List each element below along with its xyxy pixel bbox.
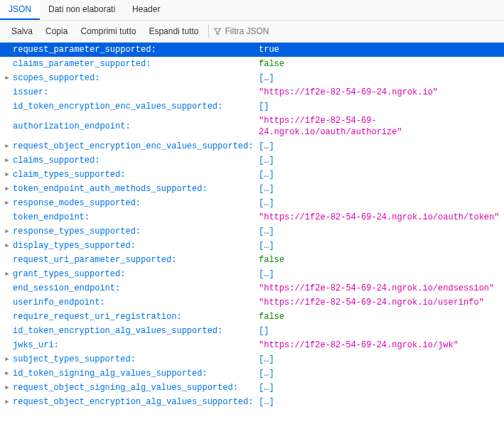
json-row[interactable]: ▶request_object_encryption_enc_values_su… bbox=[0, 139, 504, 153]
expand-all-button[interactable]: Espandi tutto bbox=[143, 23, 204, 39]
json-value: […] bbox=[259, 241, 274, 251]
json-key: id_token_signing_alg_values_supported: bbox=[13, 368, 208, 379]
tabs-bar: JSON Dati non elaborati Header bbox=[0, 0, 504, 21]
json-row[interactable]: ▶request_object_signing_alg_values_suppo… bbox=[0, 381, 504, 395]
json-row[interactable]: ▶token_endpoint_auth_methods_supported:[… bbox=[0, 182, 504, 196]
json-key: request_object_encryption_enc_values_sup… bbox=[13, 141, 253, 152]
json-key: response_types_supported: bbox=[13, 226, 141, 237]
expand-toggle-icon[interactable]: ▶ bbox=[3, 72, 11, 84]
json-value: [] bbox=[259, 326, 269, 336]
expand-toggle-icon[interactable]: ▶ bbox=[3, 382, 11, 393]
json-value: "https://1f2e-82-54-69-24.ngrok.io/jwk" bbox=[259, 340, 459, 350]
json-value: "https://1f2e-82-54-69-24.ngrok.io/oauth… bbox=[259, 212, 499, 222]
json-row[interactable]: ▶authorization_endpoint:"https://1f2e-82… bbox=[0, 114, 504, 139]
json-row[interactable]: ▶grant_types_supported:[…] bbox=[0, 267, 504, 281]
json-key: display_types_supported: bbox=[13, 240, 136, 251]
json-row[interactable]: ▶id_token_encryption_enc_values_supporte… bbox=[0, 99, 504, 114]
expand-toggle-icon[interactable]: ▶ bbox=[3, 268, 11, 280]
filter-wrap bbox=[213, 26, 498, 36]
expand-toggle-icon[interactable]: ▶ bbox=[3, 141, 11, 152]
json-value: […] bbox=[259, 227, 274, 237]
json-row[interactable]: ▶request_parameter_supported:true bbox=[0, 43, 504, 57]
json-value: […] bbox=[259, 269, 274, 279]
json-value: false bbox=[259, 312, 284, 322]
tab-raw[interactable]: Dati non elaborati bbox=[40, 0, 124, 20]
json-row[interactable]: ▶request_object_encryption_alg_values_su… bbox=[0, 395, 504, 409]
funnel-icon bbox=[213, 27, 222, 36]
json-row[interactable]: ▶scopes_supported:[…] bbox=[0, 71, 504, 85]
json-value: "https://1f2e-82-54-69-24.ngrok.io/endse… bbox=[259, 283, 494, 293]
json-row[interactable]: ▶claims_supported:[…] bbox=[0, 153, 504, 168]
json-value: false bbox=[259, 59, 284, 69]
json-key: request_parameter_supported: bbox=[13, 44, 156, 55]
expand-toggle-icon[interactable]: ▶ bbox=[3, 354, 11, 365]
json-row[interactable]: ▶subject_types_supported:[…] bbox=[0, 352, 504, 366]
json-key: end_session_endpoint: bbox=[13, 283, 120, 294]
json-row[interactable]: ▶claim_types_supported:[…] bbox=[0, 168, 504, 182]
json-key: userinfo_endpoint: bbox=[13, 297, 105, 308]
toolbar: Salva Copia Comprimi tutto Espandi tutto bbox=[0, 21, 504, 43]
json-value: […] bbox=[259, 184, 274, 194]
expand-toggle-icon[interactable]: ▶ bbox=[3, 368, 11, 379]
expand-toggle-icon[interactable]: ▶ bbox=[3, 169, 11, 180]
json-row[interactable]: ▶request_uri_parameter_supported:false bbox=[0, 253, 504, 267]
json-value: false bbox=[259, 255, 284, 265]
expand-toggle-icon[interactable]: ▶ bbox=[3, 183, 11, 195]
expand-toggle-icon[interactable]: ▶ bbox=[3, 197, 11, 209]
json-row[interactable]: ▶require_request_uri_registration:false bbox=[0, 310, 504, 324]
json-key: token_endpoint: bbox=[13, 212, 90, 223]
json-key: request_uri_parameter_supported: bbox=[13, 254, 176, 266]
json-row[interactable]: ▶id_token_signing_alg_values_supported:[… bbox=[0, 366, 504, 381]
json-value: […] bbox=[259, 354, 274, 364]
expand-toggle-icon[interactable]: ▶ bbox=[3, 226, 11, 237]
json-key: request_object_signing_alg_values_suppor… bbox=[13, 382, 238, 393]
toolbar-divider bbox=[208, 25, 209, 38]
expand-toggle-icon[interactable]: ▶ bbox=[3, 240, 11, 251]
json-row[interactable]: ▶display_types_supported:[…] bbox=[0, 239, 504, 253]
json-value: "https://1f2e-82-54-69-24.ngrok.io/oauth… bbox=[259, 116, 402, 137]
json-row[interactable]: ▶issuer:"https://1f2e-82-54-69-24.ngrok.… bbox=[0, 85, 504, 99]
json-tree: ▶request_parameter_supported:true▶claims… bbox=[0, 43, 504, 409]
json-value: […] bbox=[259, 383, 274, 393]
json-key: response_modes_supported: bbox=[13, 197, 141, 209]
json-value: […] bbox=[259, 397, 274, 407]
json-row[interactable]: ▶claims_parameter_supported:false bbox=[0, 57, 504, 71]
json-row[interactable]: ▶userinfo_endpoint:"https://1f2e-82-54-6… bbox=[0, 295, 504, 310]
json-key: claims_supported: bbox=[13, 155, 100, 166]
json-row[interactable]: ▶response_types_supported:[…] bbox=[0, 224, 504, 239]
json-value: "https://1f2e-82-54-69-24.ngrok.io" bbox=[259, 87, 438, 97]
json-key: scopes_supported: bbox=[13, 72, 100, 84]
expand-toggle-icon[interactable]: ▶ bbox=[3, 396, 11, 408]
json-key: subject_types_supported: bbox=[13, 354, 136, 365]
json-row[interactable]: ▶jwks_uri:"https://1f2e-82-54-69-24.ngro… bbox=[0, 338, 504, 352]
json-row[interactable]: ▶response_modes_supported:[…] bbox=[0, 196, 504, 210]
tab-json[interactable]: JSON bbox=[0, 0, 40, 20]
json-value: […] bbox=[259, 198, 274, 208]
json-key: authorization_endpoint: bbox=[13, 121, 131, 132]
json-value: […] bbox=[259, 156, 274, 165]
json-key: grant_types_supported: bbox=[13, 268, 125, 280]
json-row[interactable]: ▶end_session_endpoint:"https://1f2e-82-5… bbox=[0, 281, 504, 295]
json-value: […] bbox=[259, 141, 274, 151]
save-button[interactable]: Salva bbox=[6, 23, 38, 39]
tab-header[interactable]: Header bbox=[124, 0, 168, 20]
copy-button[interactable]: Copia bbox=[40, 23, 73, 39]
json-key: require_request_uri_registration: bbox=[13, 311, 182, 322]
expand-toggle-icon[interactable]: ▶ bbox=[3, 155, 11, 166]
json-key: issuer: bbox=[13, 87, 48, 98]
json-value: true bbox=[259, 45, 279, 55]
json-key: id_token_encryption_alg_values_supported… bbox=[13, 325, 222, 337]
json-value: […] bbox=[259, 73, 274, 83]
json-value: [] bbox=[259, 102, 269, 112]
json-key: request_object_encryption_alg_values_sup… bbox=[13, 396, 253, 408]
json-value: […] bbox=[259, 369, 274, 379]
json-key: token_endpoint_auth_methods_supported: bbox=[13, 183, 208, 195]
json-key: claims_parameter_supported: bbox=[13, 58, 151, 70]
json-value: […] bbox=[259, 170, 274, 180]
json-key: id_token_encryption_enc_values_supported… bbox=[13, 101, 222, 112]
filter-input[interactable] bbox=[225, 26, 331, 36]
json-key: jwks_uri: bbox=[13, 339, 59, 351]
json-row[interactable]: ▶token_endpoint:"https://1f2e-82-54-69-2… bbox=[0, 210, 504, 224]
json-row[interactable]: ▶id_token_encryption_alg_values_supporte… bbox=[0, 324, 504, 338]
collapse-all-button[interactable]: Comprimi tutto bbox=[75, 23, 141, 39]
